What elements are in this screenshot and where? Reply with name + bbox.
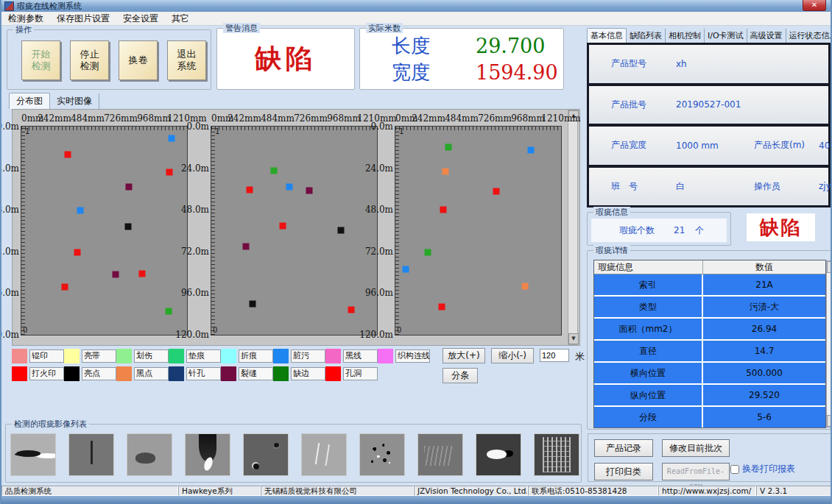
table-scroll-down-icon[interactable]: ▼ bbox=[827, 415, 832, 427]
meter-value: 1594.90 bbox=[476, 61, 558, 84]
product-record-button[interactable]: 产品记录 bbox=[594, 439, 653, 457]
defect-detail-group-label: 瑕疵详情 bbox=[593, 245, 630, 256]
legend-swatch bbox=[12, 349, 27, 363]
roll-print-checkbox[interactable] bbox=[730, 465, 739, 474]
table-row[interactable]: 直径14.7 bbox=[594, 341, 825, 361]
plot-corner-label-bottom: 0 bbox=[397, 326, 401, 334]
defect-thumbnail[interactable] bbox=[417, 433, 463, 476]
defect-alert: 缺陷 bbox=[747, 213, 815, 241]
op-button-停止检测[interactable]: 停止检测 bbox=[70, 40, 109, 80]
table-row[interactable]: 类型污渍-大 bbox=[594, 297, 825, 317]
legend-item: 划伤 bbox=[116, 349, 169, 363]
close-icon[interactable]: ✕ bbox=[803, 0, 826, 11]
y-axis-tick-label: 96.0m bbox=[0, 288, 19, 298]
operation-group: 操作 开始检测停止检测换卷退出系统 bbox=[7, 29, 211, 90]
defect-thumbnail[interactable] bbox=[476, 433, 521, 476]
table-row[interactable]: 索引21A bbox=[594, 274, 825, 295]
legend-item: 针孔 bbox=[169, 366, 221, 381]
legend-label: 黑线 bbox=[343, 349, 378, 363]
x-axis-tick-label: 968mm bbox=[511, 113, 545, 124]
tab-高级设置[interactable]: 高级设置 bbox=[747, 29, 786, 43]
product-field-value: 1000 mm bbox=[676, 141, 732, 151]
table-header-value: 数值 bbox=[703, 260, 825, 274]
table-cell-value: 500.000 bbox=[703, 363, 825, 383]
plot-ticks-left-icon bbox=[21, 127, 25, 335]
op-button-开始检测[interactable]: 开始检测 bbox=[21, 40, 60, 80]
defect-thumbnail[interactable] bbox=[243, 433, 289, 476]
thumbnail-group-label: 检测的瑕疵影像列表 bbox=[12, 419, 89, 430]
split-button[interactable]: 分条 bbox=[443, 368, 478, 383]
y-axis-tick-label: 120.0m bbox=[0, 330, 19, 340]
table-scroll-up-icon[interactable]: ▲ bbox=[827, 261, 832, 273]
scroll-down-icon[interactable]: ▼ bbox=[568, 333, 579, 344]
print-classify-button[interactable]: 打印归类 bbox=[594, 463, 653, 480]
roll-print-checkbox-label[interactable]: 换卷打印报表 bbox=[742, 463, 795, 475]
op-button-退出系统[interactable]: 退出系统 bbox=[167, 40, 206, 80]
meters-input[interactable] bbox=[540, 349, 569, 362]
y-axis-tick-label: 48.0m bbox=[0, 205, 19, 215]
app-window: 瑕疵在线检测系统 ✕ 检测参数保存图片设置安全设置其它 操作 开始检测停止检测换… bbox=[0, 0, 832, 504]
plot-area[interactable]: 0mm242mm484mm726mm968mm1210mm0.0m24.0m48… bbox=[211, 126, 378, 336]
tab-缺陷列表[interactable]: 缺陷列表 bbox=[627, 29, 666, 43]
defect-thumbnail[interactable] bbox=[10, 433, 56, 476]
product-field-label: 操作员 bbox=[754, 180, 817, 193]
modify-batch-button[interactable]: 修改目前批次 bbox=[662, 439, 730, 457]
defect-thumbnail[interactable] bbox=[301, 433, 347, 476]
defect-point bbox=[348, 307, 355, 313]
table-row[interactable]: 横向位置500.000 bbox=[594, 363, 825, 383]
plot-area[interactable]: 0mm242mm484mm726mm968mm1210mm0.0m24.0m48… bbox=[21, 126, 188, 336]
tab-实时图像[interactable]: 实时图像 bbox=[50, 93, 99, 109]
defect-count-value: 21 bbox=[674, 225, 685, 235]
plot-corner-label-top: 1 bbox=[399, 127, 403, 135]
menu-item[interactable]: 检测参数 bbox=[1, 12, 50, 25]
defect-thumbnail[interactable] bbox=[127, 433, 172, 476]
tab-I/O卡测试[interactable]: I/O卡测试 bbox=[705, 29, 747, 43]
legend-item: 织构连线 bbox=[378, 349, 430, 363]
defect-thumbnail[interactable] bbox=[185, 433, 230, 476]
table-header-row: 瑕疵信息数值 bbox=[594, 260, 825, 274]
defect-point bbox=[124, 224, 131, 230]
defect-legend: 辊印亮带划伤垫痕折痕脏污黑线织构连线打火印亮点黑点针孔裂缝缺边孔洞 bbox=[12, 347, 443, 383]
x-axis-tick-label: 726mm bbox=[294, 113, 328, 124]
defect-point bbox=[439, 304, 445, 310]
zoom-in-button[interactable]: 放大(+) bbox=[443, 348, 485, 363]
menu-item[interactable]: 安全设置 bbox=[116, 12, 165, 25]
defect-thumbnail[interactable] bbox=[68, 433, 114, 476]
op-button-换卷[interactable]: 换卷 bbox=[119, 40, 158, 80]
product-field-label: 产品批号 bbox=[611, 99, 674, 111]
tab-基本信息[interactable]: 基本信息 bbox=[587, 28, 627, 43]
plot-ticks-top-icon bbox=[21, 127, 187, 130]
plots-scrollbar[interactable]: ▲ ▼ bbox=[568, 110, 578, 345]
app-icon bbox=[4, 1, 14, 11]
meter-row: 宽度1594.90 bbox=[392, 60, 560, 85]
x-axis-tick-label: 1210mm bbox=[541, 113, 580, 124]
plot-area[interactable]: 0mm242mm484mm726mm968mm1210mm0.0m24.0m48… bbox=[395, 126, 562, 336]
x-axis-tick-label: 968mm bbox=[327, 113, 361, 124]
legend-swatch bbox=[325, 349, 341, 363]
meter-value: 29.700 bbox=[476, 35, 545, 57]
defect-thumbnail[interactable] bbox=[359, 433, 405, 476]
menu-item[interactable]: 保存图片设置 bbox=[50, 12, 116, 25]
tab-运行状态信息[interactable]: 运行状态信息 bbox=[786, 29, 832, 43]
operation-group-label: 操作 bbox=[13, 24, 34, 35]
table-row[interactable]: 分段5-6 bbox=[594, 407, 825, 427]
y-axis-tick-label: 120.0m bbox=[175, 330, 209, 340]
table-row[interactable]: 纵向位置29.520 bbox=[594, 385, 825, 405]
defect-count-unit: 个 bbox=[695, 224, 704, 237]
warning-message: 缺陷 bbox=[221, 33, 350, 85]
tab-分布图[interactable]: 分布图 bbox=[9, 93, 50, 109]
table-cell-value: 21A bbox=[703, 274, 825, 295]
product-info-row: 产品型号xh bbox=[589, 45, 828, 83]
zoom-out-button[interactable]: 缩小(-) bbox=[491, 348, 534, 363]
legend-swatch bbox=[221, 366, 236, 381]
tab-相机控制[interactable]: 相机控制 bbox=[666, 29, 705, 43]
meters-unit-label: 米 bbox=[575, 350, 585, 363]
defect-point bbox=[242, 243, 249, 249]
defect-thumbnail[interactable] bbox=[534, 433, 579, 476]
legend-item: 亮带 bbox=[64, 349, 116, 363]
legend-label: 辊印 bbox=[29, 349, 64, 363]
read-from-file-button: ReadFromFile-SIM bbox=[662, 463, 730, 480]
table-row[interactable]: 面积（mm2）26.94 bbox=[594, 319, 825, 339]
menu-item[interactable]: 其它 bbox=[165, 12, 196, 25]
table-scrollbar[interactable]: ▲ ▼ bbox=[826, 260, 832, 427]
